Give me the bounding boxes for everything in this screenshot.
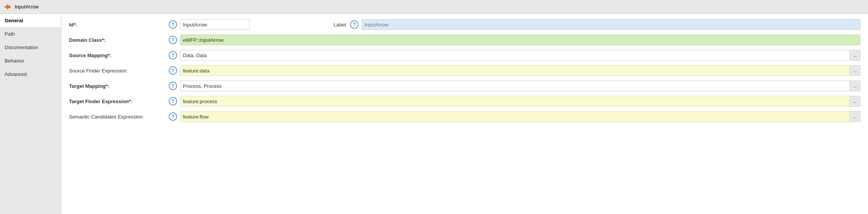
semantic-candidates-expression-field-wrapper: ... (180, 111, 860, 122)
semantic-candidates-expression-row: Semantic Candidates Expression: ? ... (69, 110, 860, 123)
source-mapping-help-icon[interactable]: ? (169, 51, 177, 59)
app-container: InputArrow General Path Documentation Be… (0, 0, 868, 214)
source-finder-expression-row: Source Finder Expression: ? ... (69, 64, 860, 77)
sidebar: General Path Documentation Behavior Adva… (0, 14, 61, 214)
id-input[interactable] (180, 19, 250, 30)
label-section: Label: ? (334, 19, 860, 30)
domain-class-row: Domain Class*: ? (69, 34, 860, 46)
svg-marker-0 (5, 4, 10, 10)
domain-class-input[interactable] (180, 35, 860, 45)
sidebar-item-advanced[interactable]: Advanced (0, 67, 61, 81)
source-finder-expression-help-icon[interactable]: ? (169, 66, 177, 75)
id-input-wrapper (180, 19, 326, 30)
id-row: Id*: ? Label: ? (69, 18, 860, 31)
content-panel: Id*: ? Label: ? Doma (61, 14, 868, 214)
source-finder-expression-label: Source Finder Expression: (69, 68, 169, 74)
label-field-label: Label: (334, 22, 347, 28)
target-finder-expression-browse-button[interactable]: ... (850, 96, 860, 107)
target-finder-expression-field-wrapper: ... (180, 96, 860, 107)
id-label: Id*: (69, 22, 169, 28)
target-mapping-field-wrapper: ... (180, 81, 860, 91)
label-help-icon[interactable]: ? (350, 20, 358, 29)
main-content: General Path Documentation Behavior Adva… (0, 14, 868, 214)
target-finder-expression-label: Target Finder Expression*: (69, 99, 169, 104)
target-finder-expression-help-icon[interactable]: ? (169, 97, 177, 105)
domain-class-help-icon[interactable]: ? (169, 36, 177, 44)
source-mapping-field-wrapper: ... (180, 50, 860, 61)
sidebar-item-documentation[interactable]: Documentation (0, 41, 61, 54)
target-mapping-row: Target Mapping*: ? ... (69, 80, 860, 92)
target-mapping-label: Target Mapping*: (69, 83, 169, 89)
source-mapping-label: Source Mapping*: (69, 53, 169, 58)
source-finder-expression-browse-button[interactable]: ... (850, 65, 860, 76)
source-mapping-browse-button[interactable]: ... (850, 50, 860, 61)
domain-class-field-wrapper (180, 35, 860, 45)
semantic-candidates-expression-input[interactable] (180, 111, 850, 122)
title-bar: InputArrow (0, 0, 868, 14)
target-mapping-help-icon[interactable]: ? (169, 82, 177, 90)
source-mapping-input[interactable] (180, 50, 850, 61)
target-finder-expression-input[interactable] (180, 96, 850, 107)
source-mapping-row: Source Mapping*: ? ... (69, 49, 860, 61)
source-finder-expression-field-wrapper: ... (180, 65, 860, 76)
source-finder-expression-input[interactable] (180, 65, 850, 76)
id-help-icon[interactable]: ? (169, 20, 177, 29)
target-mapping-input[interactable] (180, 81, 850, 91)
target-mapping-browse-button[interactable]: ... (850, 81, 860, 91)
sidebar-item-path[interactable]: Path (0, 27, 61, 41)
label-input[interactable] (362, 19, 860, 30)
target-finder-expression-row: Target Finder Expression*: ? ... (69, 95, 860, 107)
form-area: Id*: ? Label: ? Doma (61, 14, 868, 130)
id-label-row: Label: ? (180, 19, 860, 30)
title-bar-text: InputArrow (15, 4, 39, 10)
sidebar-item-behavior[interactable]: Behavior (0, 54, 61, 67)
domain-class-label: Domain Class*: (69, 37, 169, 43)
semantic-candidates-expression-label: Semantic Candidates Expression: (69, 114, 169, 120)
input-arrow-icon (4, 3, 12, 11)
semantic-candidates-expression-help-icon[interactable]: ? (169, 112, 177, 121)
semantic-candidates-expression-browse-button[interactable]: ... (850, 111, 860, 122)
sidebar-item-general[interactable]: General (0, 14, 61, 27)
